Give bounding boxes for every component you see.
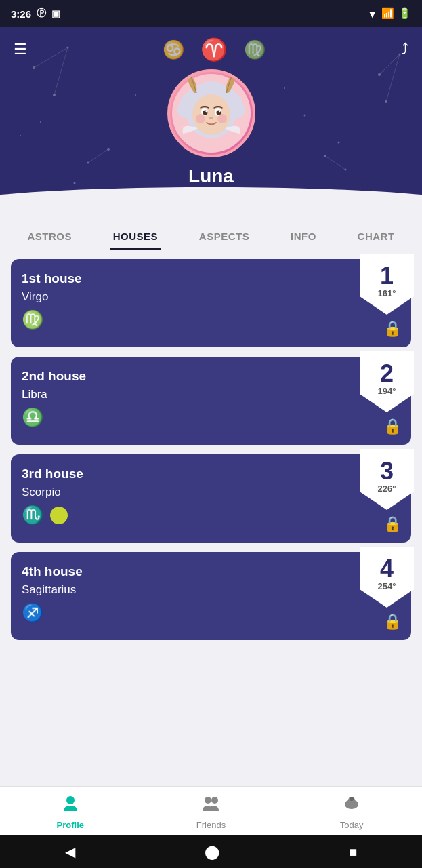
house-badge-2: 2 194° bbox=[360, 351, 414, 412]
house-3-symbols: ♏ bbox=[22, 505, 400, 526]
tab-aspects[interactable]: ASPECTS bbox=[196, 225, 252, 250]
svg-point-46 bbox=[350, 797, 354, 801]
badge-degree-2: 194° bbox=[378, 386, 396, 396]
svg-point-28 bbox=[229, 102, 245, 118]
status-left: 3:26 Ⓟ ▣ bbox=[11, 7, 60, 20]
svg-point-39 bbox=[196, 114, 205, 123]
house-3-glyph: ♏ bbox=[22, 505, 43, 526]
house-card-1[interactable]: 1st house Virgo ♍ 🔒 1 161° bbox=[11, 259, 411, 347]
tab-astros[interactable]: ASTROS bbox=[24, 225, 75, 250]
header-sign-virgo[interactable]: ♍ bbox=[244, 39, 266, 60]
planet-dot-3 bbox=[50, 507, 68, 524]
lock-icon-3[interactable]: 🔒 bbox=[383, 515, 402, 533]
tab-houses[interactable]: HOUSES bbox=[110, 225, 161, 250]
today-nav-icon bbox=[342, 793, 361, 817]
status-bar: 3:26 Ⓟ ▣ ▼ 📶 🔋 bbox=[0, 0, 422, 27]
svg-point-38 bbox=[209, 117, 213, 119]
badge-degree-1: 161° bbox=[378, 288, 396, 298]
svg-point-36 bbox=[205, 111, 207, 112]
friends-nav-icon bbox=[201, 793, 220, 817]
house-card-4[interactable]: 4th house Sagittarius ♐ 🔒 4 254° bbox=[11, 552, 411, 640]
badge-number-3: 3 bbox=[380, 459, 394, 484]
avatar[interactable] bbox=[167, 69, 255, 157]
nav-friends[interactable]: Friends bbox=[184, 793, 238, 830]
status-right: ▼ 📶 🔋 bbox=[367, 7, 411, 20]
tab-chart[interactable]: CHART bbox=[355, 225, 398, 250]
cards-container: 1st house Virgo ♍ 🔒 1 161° 2nd house Lib… bbox=[0, 250, 422, 647]
status-icon-2: ▣ bbox=[51, 8, 60, 19]
svg-point-42 bbox=[205, 797, 211, 804]
profile-name: Luna bbox=[188, 165, 234, 187]
nav-profile[interactable]: Profile bbox=[43, 793, 98, 830]
home-button[interactable]: ⬤ bbox=[205, 844, 219, 860]
svg-point-41 bbox=[66, 796, 75, 804]
android-nav: ◀ ⬤ ■ bbox=[0, 835, 422, 868]
header: ☰ ♋ ♈ ♍ ⤴ bbox=[0, 27, 422, 208]
avatar-section: Luna bbox=[0, 69, 422, 187]
badge-degree-4: 254° bbox=[378, 581, 396, 591]
badge-number-2: 2 bbox=[380, 361, 394, 386]
house-card-3[interactable]: 3rd house Scorpio ♏ 🔒 3 226° bbox=[11, 454, 411, 542]
badge-number-4: 4 bbox=[380, 557, 394, 581]
battery-icon: 🔋 bbox=[398, 7, 411, 20]
lock-icon-1[interactable]: 🔒 bbox=[383, 320, 402, 338]
tab-info[interactable]: INFO bbox=[288, 225, 319, 250]
house-2-sign: Libra bbox=[22, 388, 400, 401]
house-1-title: 1st house bbox=[22, 271, 400, 286]
badge-degree-3: 226° bbox=[378, 484, 396, 494]
house-1-sign: Virgo bbox=[22, 290, 400, 304]
house-4-sign: Sagittarius bbox=[22, 583, 400, 597]
header-sign-aries[interactable]: ♈ bbox=[201, 37, 228, 62]
lock-icon-4[interactable]: 🔒 bbox=[383, 613, 402, 631]
signal-icon: 📶 bbox=[381, 7, 394, 20]
status-icon-1: Ⓟ bbox=[37, 7, 46, 20]
house-1-glyph: ♍ bbox=[22, 309, 43, 330]
svg-point-40 bbox=[217, 114, 227, 123]
recent-button[interactable]: ■ bbox=[349, 844, 357, 860]
wifi-icon: ▼ bbox=[367, 8, 377, 20]
lock-icon-2[interactable]: 🔒 bbox=[383, 418, 402, 435]
svg-point-43 bbox=[211, 797, 218, 804]
badge-number-1: 1 bbox=[380, 264, 394, 288]
svg-point-27 bbox=[177, 102, 194, 118]
house-4-glyph: ♐ bbox=[22, 602, 43, 623]
svg-point-37 bbox=[219, 111, 220, 112]
house-badge-1: 1 161° bbox=[360, 254, 414, 315]
house-4-symbols: ♐ bbox=[22, 602, 400, 623]
house-2-title: 2nd house bbox=[22, 369, 400, 384]
menu-icon[interactable]: ☰ bbox=[14, 41, 27, 58]
header-signs: ♋ ♈ ♍ bbox=[163, 37, 266, 62]
house-badge-4: 4 254° bbox=[360, 547, 414, 608]
house-3-title: 3rd house bbox=[22, 467, 400, 481]
nav-today-label: Today bbox=[340, 820, 364, 830]
house-2-symbols: ♎ bbox=[22, 407, 400, 428]
header-sign-cancer[interactable]: ♋ bbox=[163, 39, 184, 60]
status-time: 3:26 bbox=[11, 8, 31, 20]
house-1-symbols: ♍ bbox=[22, 309, 400, 330]
header-nav: ☰ ♋ ♈ ♍ ⤴ bbox=[0, 27, 422, 62]
nav-profile-label: Profile bbox=[57, 820, 84, 830]
share-icon[interactable]: ⤴ bbox=[401, 41, 408, 58]
house-3-sign: Scorpio bbox=[22, 486, 400, 499]
house-badge-3: 3 226° bbox=[360, 449, 414, 510]
house-4-title: 4th house bbox=[22, 564, 400, 579]
back-button[interactable]: ◀ bbox=[65, 844, 75, 860]
bottom-nav: Profile Friends Today bbox=[0, 786, 422, 835]
nav-today[interactable]: Today bbox=[324, 793, 379, 830]
house-card-2[interactable]: 2nd house Libra ♎ 🔒 2 194° bbox=[11, 357, 411, 445]
profile-nav-icon bbox=[61, 793, 80, 817]
tabs: ASTROS HOUSES ASPECTS INFO CHART bbox=[0, 214, 422, 250]
house-2-glyph: ♎ bbox=[22, 407, 43, 428]
nav-friends-label: Friends bbox=[196, 820, 226, 830]
